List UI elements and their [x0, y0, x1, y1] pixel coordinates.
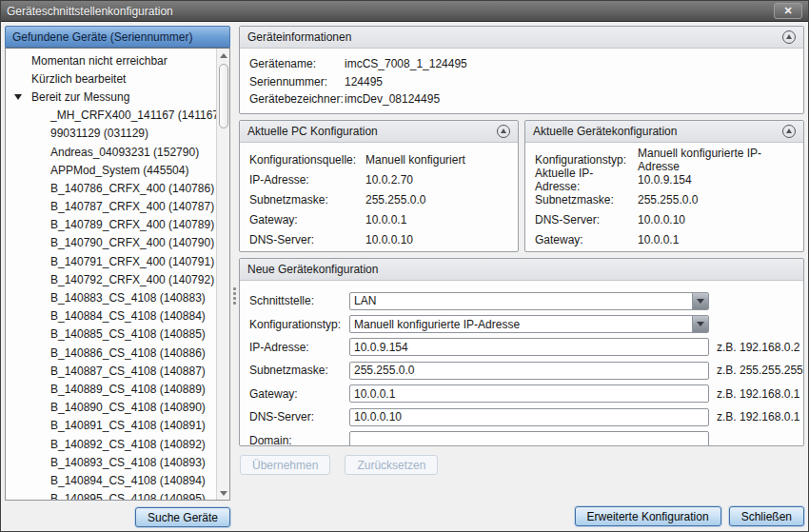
scroll-up-button[interactable]	[217, 49, 230, 62]
config-row-label: Gateway:	[535, 233, 638, 246]
device-tree-container: Momentan nicht erreichbar Kürzlich bearb…	[5, 48, 230, 501]
config-row: Konfigurationsquelle: Manuell konfigurie…	[249, 149, 508, 169]
tree-item[interactable]: B_140787_CRFX_400 (140787)	[6, 198, 216, 216]
device-config-header: Aktuelle Gerätekonfiguration	[525, 121, 803, 143]
config-row: Subnetzmaske: 255.255.0.0	[249, 189, 508, 209]
info-row: Seriennummer: 124495	[249, 73, 794, 91]
close-icon: ✕	[783, 6, 792, 16]
tree-item[interactable]: B_140884_CS_4108 (140884)	[6, 307, 216, 325]
config-row-label: Konfigurationsquelle:	[249, 153, 365, 167]
scrollbar-track[interactable]	[217, 62, 229, 486]
collapse-up-icon[interactable]	[497, 125, 510, 138]
config-row-label: IP-Adresse:	[249, 173, 365, 187]
tree-item[interactable]: B_140894_CS_4108 (140894)	[6, 471, 216, 489]
tree-item[interactable]: B_140886_CS_4108 (140886)	[6, 344, 216, 362]
tree-item[interactable]: Momentan nicht erreichbar	[6, 51, 216, 69]
tree-item-label: Bereit zur Messung	[31, 90, 129, 104]
tree-item-label: B_140883_CS_4108 (140883)	[50, 291, 206, 305]
config-row: IP-Adresse: 10.0.2.70	[249, 169, 508, 189]
tree-item[interactable]: B_140893_CS_4108 (140893)	[6, 453, 216, 471]
scroll-down-button[interactable]	[217, 486, 230, 500]
tree-item[interactable]: B_140791_CRFX_400 (140791)	[6, 252, 216, 270]
device-info-title: Geräteinformationen	[247, 30, 782, 44]
ip-address-row: IP-Adresse: z.B. 192.168.0.2	[249, 336, 794, 359]
domain-input[interactable]	[349, 431, 709, 446]
tree-item-label: B_140886_CS_4108 (140886)	[50, 346, 206, 360]
scrollbar-thumb[interactable]	[219, 64, 228, 128]
interface-select[interactable]: LAN	[349, 292, 709, 310]
config-row-label: Aktuelle IP-Adresse:	[535, 167, 638, 193]
tree-item[interactable]: B_140883_CS_4108 (140883)	[6, 288, 216, 306]
apply-button[interactable]: Übernehmen	[240, 455, 330, 475]
tree-item[interactable]: B_140789_CRFX_400 (140789)	[6, 216, 216, 234]
tree-item[interactable]: Kürzlich bearbeitet	[6, 69, 216, 88]
tree-item-label: Andreas_04093231 (152790)	[50, 146, 199, 159]
config-row-value: 10.0.0.1	[638, 233, 679, 246]
tree-item[interactable]: B_140885_CS_4108 (140885)	[6, 325, 216, 344]
device-tree: Momentan nicht erreichbar Kürzlich bearb…	[6, 49, 216, 500]
ip-address-input[interactable]	[349, 338, 709, 356]
tree-item[interactable]: B_140889_CS_4108 (140889)	[6, 380, 216, 398]
tree-item[interactable]: APPMod_System (445504)	[6, 161, 216, 179]
device-info-rows: Gerätename: imcCS_7008_1_124495 Seriennu…	[240, 49, 803, 112]
config-type-select[interactable]: Manuell konfigurierte IP-Adresse	[349, 315, 709, 333]
tree-item-label: B_140895_CS_4108 (140895)	[50, 492, 206, 500]
dns-server-input[interactable]	[349, 408, 709, 426]
device-info-panel: Geräteinformationen Gerätename: imcCS_70…	[239, 26, 804, 114]
interface-select-value: LAN	[350, 294, 692, 307]
tree-item[interactable]: B_140790_CRFX_400 (140790)	[6, 234, 216, 252]
found-devices-footer: Suche Geräte	[5, 501, 230, 527]
tree-item[interactable]: B_140786_CRFX_400 (140786)	[6, 179, 216, 197]
domain-label: Domain:	[249, 434, 349, 446]
tree-item[interactable]: B_140890_CS_4108 (140890)	[6, 399, 216, 417]
tree-item[interactable]: B_140895_CS_4108 (140895)	[6, 490, 216, 501]
subnet-mask-hint: z.B. 255.255.255.0	[717, 364, 804, 377]
tree-item[interactable]: Bereit zur Messung	[6, 88, 216, 106]
config-row-value: Manuell konfigurierte IP-Adresse	[638, 147, 794, 173]
config-type-label: Konfigurationstyp:	[249, 318, 349, 331]
gateway-input[interactable]	[349, 384, 709, 403]
tree-item-label: APPMod_System (445504)	[50, 164, 188, 177]
tree-item[interactable]: B_140892_CS_4108 (140892)	[6, 435, 216, 453]
config-type-row: Konfigurationstyp: Manuell konfigurierte…	[249, 312, 794, 335]
subnet-mask-input[interactable]	[349, 362, 709, 380]
collapse-up-icon[interactable]	[782, 125, 796, 138]
reset-button[interactable]: Zurücksetzen	[345, 455, 438, 475]
tree-item[interactable]: Andreas_04093231 (152790)	[6, 143, 216, 161]
gateway-row: Gateway: z.B. 192.168.0.1	[249, 383, 794, 405]
tree-item-label: Momentan nicht erreichbar	[31, 54, 168, 68]
tree-item[interactable]: B_140792_CRFX_400 (140792)	[6, 270, 216, 288]
current-config-row: Aktuelle PC Konfiguration Konfigurations…	[239, 120, 804, 252]
config-row-value: Manuell konfiguriert	[365, 153, 465, 167]
found-devices-header-label: Gefundene Geräte (Seriennummer)	[12, 30, 192, 44]
advanced-config-button[interactable]: Erweiterte Konfiguration	[575, 506, 721, 526]
dialog-body: Gefundene Geräte (Seriennummer) Momentan…	[1, 22, 808, 531]
gateway-label: Gateway:	[249, 387, 349, 401]
config-panels: Geräteinformationen Gerätename: imcCS_70…	[239, 26, 804, 527]
dropdown-arrow-icon[interactable]	[692, 316, 708, 332]
tree-item[interactable]: 99031129 (031129)	[6, 125, 216, 143]
tree-item-label: B_140893_CS_4108 (140893)	[50, 456, 206, 469]
tree-item-label: 99031129 (031129)	[50, 127, 148, 140]
tree-item[interactable]: B_140891_CS_4108 (140891)	[6, 417, 216, 435]
new-config-form: Schnittstelle: LAN Konfigurationstyp: Ma…	[240, 281, 803, 446]
search-devices-button[interactable]: Suche Geräte	[135, 507, 230, 527]
device-config-rows: Konfigurationstyp: Manuell konfigurierte…	[525, 143, 803, 252]
tree-item[interactable]: _MH_CRFX400_141167 (141167)	[6, 107, 216, 125]
collapse-up-icon[interactable]	[782, 30, 796, 44]
config-row: DNS-Server: 10.0.0.10	[535, 209, 794, 229]
dialog-close-button[interactable]: Schließen	[729, 506, 804, 526]
titlebar: Geräteschnittstellenkonfiguration ✕	[1, 1, 808, 22]
info-row-label: Gerätebezeichner:	[249, 92, 345, 106]
panel-splitter[interactable]	[230, 26, 239, 527]
spacer	[239, 475, 804, 506]
gateway-hint: z.B. 192.168.0.1	[717, 387, 799, 401]
tree-scrollbar[interactable]	[216, 49, 229, 500]
tree-item[interactable]: B_140887_CS_4108 (140887)	[6, 362, 216, 380]
tree-item-label: B_140890_CS_4108 (140890)	[50, 401, 206, 414]
dropdown-arrow-icon[interactable]	[692, 293, 708, 309]
info-row: Gerätename: imcCS_7008_1_124495	[249, 55, 794, 73]
close-button[interactable]: ✕	[774, 3, 802, 19]
config-row: Gateway: 10.0.0.1	[249, 209, 508, 229]
expander-down-icon[interactable]	[14, 94, 22, 100]
